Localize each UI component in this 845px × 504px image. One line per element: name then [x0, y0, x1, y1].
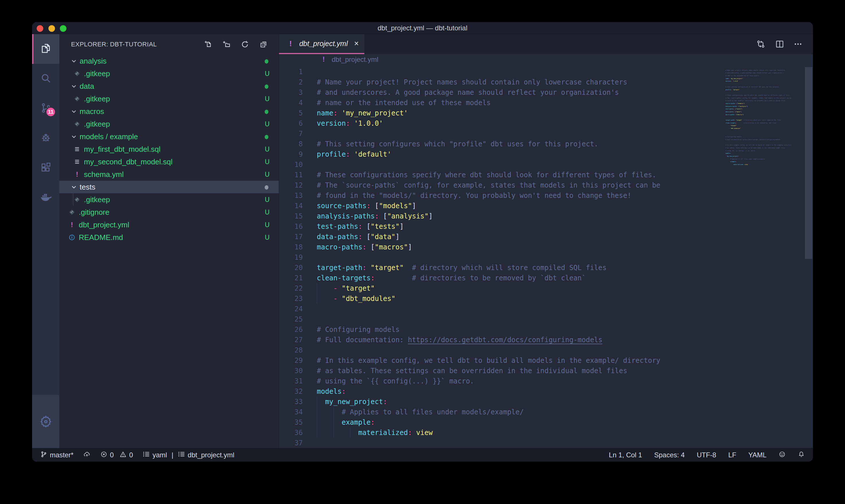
- code-editor[interactable]: 12# Name your project! Project names sho…: [279, 65, 813, 448]
- code-line[interactable]: 22 - "target": [279, 283, 813, 293]
- status-git-branch[interactable]: master*: [40, 451, 74, 460]
- tree-item--gitkeep[interactable]: .gitkeepU: [59, 118, 279, 130]
- minimap-line: example:: [725, 160, 805, 163]
- code-line[interactable]: 29# In this example config, we tell dbt …: [279, 355, 813, 366]
- status-label: Ln 1, Col 1: [609, 451, 642, 459]
- code-line[interactable]: 32models:: [279, 386, 813, 397]
- new-file-button[interactable]: [204, 40, 212, 48]
- code-line[interactable]: 12# The `source-paths` config, for examp…: [279, 180, 813, 191]
- explorer-title: EXPLORER: DBT-TUTORIAL: [71, 34, 157, 55]
- status-errors[interactable]: 0: [100, 451, 114, 460]
- code-line[interactable]: 13# found in the "models/" directory. Yo…: [279, 191, 813, 201]
- code-line[interactable]: 20target-path: "target" # directory whic…: [279, 263, 813, 273]
- status-warnings[interactable]: 0: [120, 451, 133, 460]
- tree-item--gitkeep[interactable]: .gitkeepU: [59, 193, 279, 206]
- minimap-line: [725, 166, 805, 169]
- status-notifications[interactable]: [798, 451, 805, 460]
- docker-icon: [40, 192, 52, 204]
- chevron-down-icon: [71, 184, 77, 190]
- status-eol[interactable]: LF: [728, 451, 736, 459]
- line-number: 20: [279, 263, 303, 273]
- code-line[interactable]: 24: [279, 304, 813, 314]
- tree-item-label: data: [79, 80, 94, 92]
- status-outline-language[interactable]: yaml: [143, 451, 167, 460]
- activity-item-explorer[interactable]: [32, 34, 59, 64]
- code-line[interactable]: 11# These configurations specify where d…: [279, 170, 813, 180]
- code-line[interactable]: 37: [279, 438, 813, 448]
- settings-button[interactable]: [32, 409, 59, 434]
- code-line-text: # These configurations specify where dbt…: [317, 170, 656, 180]
- code-line[interactable]: 26# Configuring models: [279, 324, 813, 335]
- tree-item-my-second-dbt-model-sql[interactable]: my_second_dbt_model.sqlU: [59, 156, 279, 168]
- close-tab-icon[interactable]: ×: [354, 39, 359, 48]
- status-sync[interactable]: [83, 451, 91, 460]
- code-line[interactable]: 21clean-targets: # directories to be rem…: [279, 273, 813, 283]
- tree-item--gitkeep[interactable]: .gitkeepU: [59, 92, 279, 105]
- tab-bar: ! dbt_project.yml ×: [279, 34, 813, 54]
- activity-item-search[interactable]: [32, 64, 59, 94]
- tree-item-tests[interactable]: tests: [59, 181, 279, 193]
- breadcrumb-file-label[interactable]: dbt_project.yml: [332, 54, 378, 65]
- tree-item--gitignore[interactable]: .gitignoreU: [59, 206, 279, 218]
- tree-item--gitkeep[interactable]: .gitkeepU: [59, 67, 279, 80]
- code-line[interactable]: 25: [279, 314, 813, 324]
- status-cursor-position[interactable]: Ln 1, Col 1: [609, 451, 642, 459]
- code-line[interactable]: 36 materialized: view: [279, 428, 813, 438]
- activity-item-extensions[interactable]: [32, 153, 59, 183]
- code-line[interactable]: 23 - "dbt_modules": [279, 293, 813, 304]
- code-line[interactable]: 14source-paths: ["models"]: [279, 201, 813, 211]
- search-icon: [40, 72, 52, 85]
- yaml-icon: !: [289, 39, 292, 48]
- status-feedback[interactable]: [778, 451, 786, 460]
- minimap-line: [725, 91, 805, 94]
- tree-item-data[interactable]: data: [59, 80, 279, 92]
- code-line[interactable]: 34 # Applies to all files under models/e…: [279, 407, 813, 417]
- activity-item-run-debug[interactable]: [32, 123, 59, 153]
- code-line[interactable]: 28: [279, 345, 813, 355]
- tree-item-macros[interactable]: macros: [59, 105, 279, 118]
- code-line-text: # and underscores. A good package name s…: [317, 87, 619, 98]
- tree-item-readme-md[interactable]: README.mdU: [59, 231, 279, 244]
- open-changes-button[interactable]: [756, 39, 766, 49]
- tree-item-schema-yml[interactable]: !schema.ymlU: [59, 168, 279, 181]
- code-line[interactable]: 31# using the `{{ config(...) }}` macro.: [279, 376, 813, 386]
- tab-dbt-project-yml[interactable]: ! dbt_project.yml ×: [279, 34, 364, 54]
- tree-item-analysis[interactable]: analysis: [59, 55, 279, 67]
- git-untracked-badge: U: [265, 156, 270, 168]
- git-untracked-badge: U: [265, 193, 270, 206]
- minimap[interactable]: # Name your project! Project names shoul…: [725, 66, 805, 169]
- code-line[interactable]: 15analysis-paths: ["analysis"]: [279, 211, 813, 221]
- code-line[interactable]: 19: [279, 252, 813, 263]
- tree-item-dbt-project-yml[interactable]: !dbt_project.ymlU: [59, 218, 279, 231]
- title-bar[interactable]: dbt_project.yml — dbt-tutorial: [32, 22, 813, 34]
- minimap-line: # In this example config, we tell dbt to…: [725, 144, 805, 147]
- tree-item-label: macros: [79, 105, 104, 118]
- status-encoding[interactable]: UTF-8: [697, 451, 716, 459]
- status-indentation[interactable]: Spaces: 4: [654, 451, 685, 459]
- refresh-explorer-button[interactable]: [241, 40, 249, 48]
- line-number: 26: [279, 324, 303, 335]
- code-line[interactable]: 30# as tables. These settings can be ove…: [279, 366, 813, 376]
- split-editor-button[interactable]: [775, 39, 785, 49]
- status-outline-file[interactable]: dbt_project.yml: [178, 451, 234, 460]
- code-line[interactable]: 16test-paths: ["tests"]: [279, 221, 813, 232]
- collapse-folders-button[interactable]: [259, 40, 268, 48]
- scrollbar-slider[interactable]: [805, 67, 812, 259]
- code-line[interactable]: 33 my_new_project:: [279, 397, 813, 407]
- git-untracked-badge: U: [265, 168, 270, 181]
- code-line[interactable]: 18macro-paths: ["macros"]: [279, 242, 813, 252]
- activity-item-source-control[interactable]: 11: [32, 94, 59, 123]
- status-language-mode[interactable]: YAML: [748, 451, 767, 459]
- line-number: 19: [279, 252, 303, 263]
- minimap-line: profile: 'default': [725, 89, 805, 91]
- breadcrumb[interactable]: ! dbt_project.yml: [279, 54, 813, 65]
- code-line[interactable]: 17data-paths: ["data"]: [279, 232, 813, 242]
- more-actions-button[interactable]: [793, 39, 803, 49]
- code-line[interactable]: 35 example:: [279, 417, 813, 428]
- code-line[interactable]: 27# Full documentation: https://docs.get…: [279, 335, 813, 345]
- tree-item-models-example[interactable]: models / example: [59, 130, 279, 143]
- tree-item-my-first-dbt-model-sql[interactable]: my_first_dbt_model.sqlU: [59, 143, 279, 156]
- code-line-text: models:: [317, 386, 346, 397]
- activity-item-docker[interactable]: [32, 183, 59, 213]
- new-folder-button[interactable]: [222, 40, 231, 48]
